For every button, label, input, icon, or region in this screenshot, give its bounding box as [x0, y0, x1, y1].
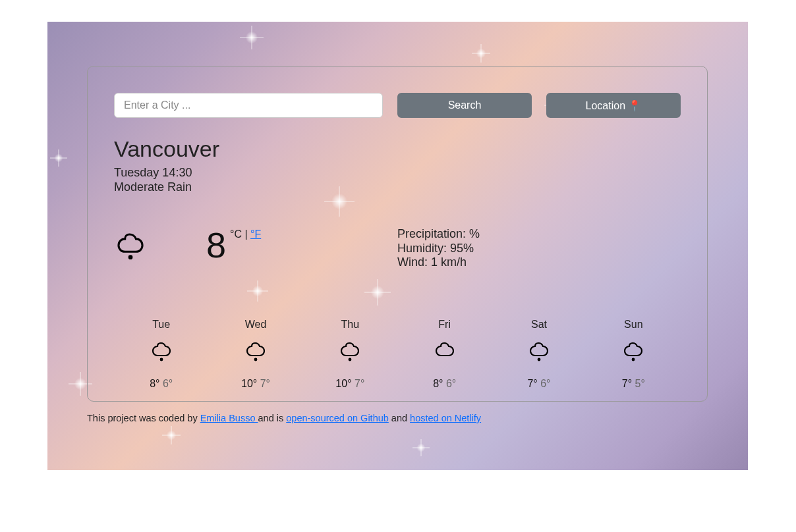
precipitation-label: Precipitation: %: [397, 227, 681, 242]
current-datetime: Tuesday 14:30: [114, 166, 681, 180]
author-link[interactable]: Emilia Busso: [200, 413, 258, 423]
unit-separator: |: [242, 228, 250, 240]
forecast-temp-max: 7°: [622, 378, 632, 389]
humidity-label: Humidity: 95%: [397, 242, 681, 256]
forecast-temp-min: 6°: [163, 378, 173, 389]
temperature-block: 8 °C | °F: [206, 227, 261, 263]
forecast-day: Thu 10° 7°: [303, 319, 397, 390]
location-button[interactable]: Location 📍: [546, 93, 681, 118]
forecast-temp-min: 7°: [260, 378, 270, 389]
rain-icon: [244, 340, 268, 363]
forecast-day-label: Sat: [492, 319, 586, 331]
footer-text: This project was coded by: [87, 413, 200, 423]
forecast-temp-max: 8°: [433, 378, 443, 389]
forecast-row: Tue 8° 6° Wed 10° 7° Thu 10° 7°: [114, 319, 681, 390]
footer-credit: This project was coded by Emilia Busso a…: [87, 413, 481, 423]
rain-icon: [338, 340, 362, 363]
current-weather-row: 8 °C | °F Precipitation: % Humidity: 95%…: [114, 227, 681, 270]
forecast-day-label: Fri: [397, 319, 492, 331]
forecast-temp-min: 5°: [635, 378, 645, 389]
search-button[interactable]: Search: [397, 93, 532, 118]
footer-text: and: [389, 413, 410, 423]
weather-details: Precipitation: % Humidity: 95% Wind: 1 k…: [397, 227, 681, 270]
unit-fahrenheit-link[interactable]: °F: [250, 228, 261, 240]
svg-point-3: [349, 359, 351, 361]
forecast-day-label: Sun: [586, 319, 681, 331]
weather-description: Moderate Rain: [114, 180, 681, 195]
svg-point-4: [538, 359, 540, 361]
netlify-link[interactable]: hosted on Netlify: [410, 413, 481, 423]
rain-icon: [621, 340, 645, 363]
github-link[interactable]: open-sourced on Github: [286, 413, 389, 423]
svg-point-1: [160, 359, 162, 361]
svg-point-0: [129, 256, 132, 259]
forecast-temp-min: 6°: [446, 378, 456, 389]
unit-celsius: °C: [230, 228, 242, 240]
forecast-day-label: Tue: [114, 319, 208, 331]
temperature-value: 8: [206, 227, 226, 263]
forecast-day: Tue 8° 6°: [114, 319, 208, 390]
forecast-temp-max: 10°: [335, 378, 351, 389]
svg-point-2: [255, 359, 257, 361]
forecast-temp-max: 8°: [150, 378, 159, 389]
forecast-day: Sat 7° 6°: [492, 319, 586, 390]
rain-icon: [527, 340, 551, 363]
search-row: Search Location 📍: [114, 93, 681, 118]
city-name: Vancouver: [114, 136, 681, 162]
rain-icon: [150, 340, 173, 363]
weather-card: Search Location 📍 Vancouver Tuesday 14:3…: [87, 66, 708, 402]
current-weather-icon: [114, 230, 147, 263]
footer-text: and is: [258, 413, 287, 423]
forecast-day-label: Wed: [208, 319, 302, 331]
forecast-temp-max: 7°: [527, 378, 537, 389]
city-search-input[interactable]: [114, 93, 383, 118]
app-background: Search Location 📍 Vancouver Tuesday 14:3…: [47, 22, 748, 470]
forecast-day: Sun 7° 5°: [586, 319, 681, 390]
svg-point-5: [633, 359, 635, 361]
cloudy-icon: [433, 340, 457, 363]
wind-label: Wind: 1 km/h: [397, 255, 681, 270]
forecast-day: Wed 10° 7°: [208, 319, 302, 390]
forecast-day-label: Thu: [303, 319, 397, 331]
forecast-temp-min: 6°: [540, 378, 550, 389]
forecast-temp-max: 10°: [241, 378, 257, 389]
forecast-temp-min: 7°: [355, 378, 364, 389]
forecast-day: Fri 8° 6°: [397, 319, 492, 390]
